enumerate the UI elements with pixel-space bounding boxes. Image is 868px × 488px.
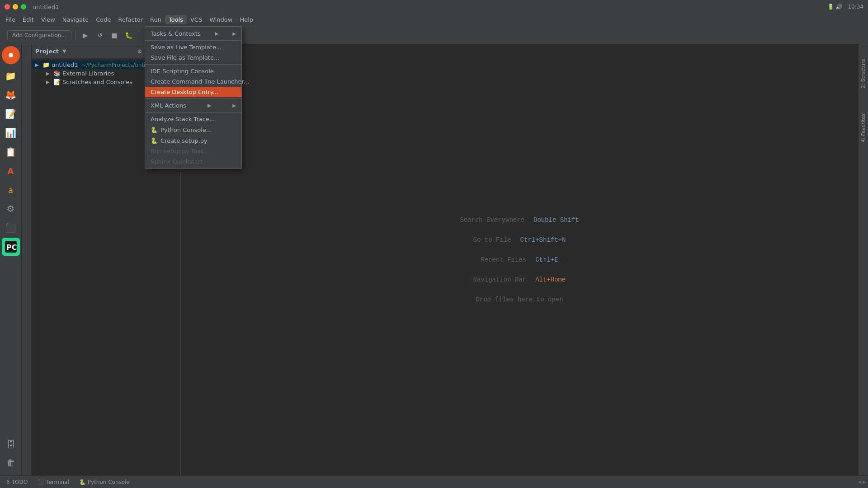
- menu-ide-scripting-console[interactable]: IDE Scripting Console: [145, 66, 241, 76]
- clock: 10:34: [848, 4, 863, 10]
- menu-create-cli-launcher[interactable]: Create Command-line Launcher...: [145, 76, 241, 87]
- hint-drop-label: Drop files here to open: [476, 296, 563, 303]
- tree-scratches-label: Scratches and Consoles: [62, 79, 132, 85]
- toolbar-separator-1: [75, 31, 75, 40]
- dock-font[interactable]: A: [2, 162, 20, 180]
- dock-pycharm[interactable]: PC: [2, 238, 20, 256]
- dock-ubuntu[interactable]: [2, 46, 20, 64]
- menu-xml-actions[interactable]: XML Actions ▶: [145, 100, 241, 111]
- hint-nav-bar: Navigation Bar Alt+Home: [473, 276, 566, 283]
- dock-trash[interactable]: 🗑: [2, 454, 20, 472]
- tree-root-path: ~/PycharmProjects/untit: [81, 62, 147, 68]
- menu-vcs[interactable]: VCS: [187, 15, 206, 24]
- menu-help[interactable]: Help: [236, 15, 257, 24]
- dock-settings[interactable]: ⚙: [2, 200, 20, 218]
- menu-run[interactable]: Run: [146, 15, 165, 24]
- python-console-label: Python Console: [88, 479, 130, 485]
- rerun-button[interactable]: ↺: [94, 29, 106, 42]
- menu-analyze-stack-trace[interactable]: Analyze Stack Trace...: [145, 114, 241, 124]
- menu-sep-2: [145, 64, 241, 65]
- run-button[interactable]: ▶: [79, 29, 92, 42]
- create-setup-label: Create setup.py: [160, 137, 208, 144]
- window-title: untitled1: [33, 4, 59, 10]
- xml-actions-label: XML Actions: [151, 102, 186, 109]
- minimize-button[interactable]: [13, 4, 18, 9]
- project-title: Project: [35, 48, 59, 55]
- dock-spreadsheet[interactable]: 📊: [2, 124, 20, 142]
- tree-arrow-ext: ▶: [46, 71, 52, 76]
- menu-create-setup-py[interactable]: 🐍 Create setup.py: [145, 135, 241, 146]
- menu-tasks-contexts[interactable]: Tasks & Contexts ▶: [145, 28, 241, 39]
- terminal-icon: ⬛: [38, 479, 44, 485]
- dock-storage[interactable]: 🗄: [2, 436, 20, 454]
- hint-search-key: Double Shift: [533, 216, 579, 224]
- menu-window[interactable]: Window: [206, 15, 236, 24]
- window-controls: [5, 4, 26, 9]
- sidebar-favorites-label[interactable]: 4: Favorites: [860, 110, 866, 146]
- menu-sphinx-quickstart: Sphinx Quickstart: [145, 156, 241, 167]
- tasks-arrow-icon: ▶: [215, 31, 218, 37]
- tab-terminal[interactable]: ⬛ Terminal: [33, 477, 74, 487]
- menu-python-console[interactable]: 🐍 Python Console...: [145, 124, 241, 135]
- project-settings-icon[interactable]: ⚙: [135, 47, 144, 56]
- save-live-template-label: Save as Live Template...: [151, 44, 222, 51]
- dock-terminal[interactable]: ⬛: [2, 219, 20, 237]
- menubar: File Edit View Navigate Code Refactor Ru…: [0, 14, 868, 26]
- dock-text[interactable]: 📝: [2, 105, 20, 123]
- tasks-contexts-label: Tasks & Contexts: [151, 30, 201, 37]
- menu-sep-4: [145, 112, 241, 113]
- menu-navigate[interactable]: Navigate: [59, 15, 92, 24]
- tab-todo[interactable]: 6 TODO: [2, 477, 32, 487]
- stop-button[interactable]: ■: [108, 29, 121, 42]
- menu-code[interactable]: Code: [92, 15, 114, 24]
- menu-sep-3: [145, 99, 241, 99]
- hint-drop-files: Drop files here to open: [476, 296, 563, 303]
- editor-area[interactable]: Search Everywhere Double Shift Go to Fil…: [181, 44, 858, 475]
- menu-save-live-template[interactable]: Save as Live Template...: [145, 42, 241, 52]
- create-desktop-entry-label: Create Desktop Entry...: [151, 89, 218, 95]
- maximize-button[interactable]: [21, 4, 26, 9]
- menu-run-setup-py: Run setup.py Task...: [145, 146, 241, 156]
- main-layout: 📁 🦊 📝 📊 📋 A a ⚙ ⬛ PC 🗄 🗑 Project ▼ ⚙: [0, 44, 868, 475]
- menu-sep-1: [145, 40, 241, 41]
- run-setup-py-label: Run setup.py Task...: [151, 148, 209, 155]
- scroll-indicator: ◀ ▶: [858, 479, 866, 484]
- terminal-label: Terminal: [46, 479, 69, 485]
- todo-number: 6: [6, 479, 10, 485]
- debug-button[interactable]: 🐛: [123, 29, 135, 42]
- tree-external-label: External Libraries: [62, 70, 114, 77]
- add-configuration-button[interactable]: Add Configuration...: [7, 30, 71, 40]
- hint-search-label: Search Everywhere: [460, 216, 524, 224]
- todo-label: TODO: [12, 479, 28, 485]
- left-panel-tabs: [22, 44, 32, 475]
- tree-arrow-scratch: ▶: [46, 80, 52, 84]
- menu-edit[interactable]: Edit: [19, 15, 38, 24]
- hint-goto-key: Ctrl+Shift+N: [520, 236, 566, 244]
- dock-browser[interactable]: 🦊: [2, 86, 20, 104]
- hint-search: Search Everywhere Double Shift: [460, 216, 579, 224]
- hint-recent-files: Recent Files Ctrl+E: [481, 256, 558, 263]
- menu-save-file-template[interactable]: Save File as Template...: [145, 52, 241, 63]
- dock-amazon[interactable]: a: [2, 181, 20, 199]
- dock-files[interactable]: 📁: [2, 67, 20, 85]
- menu-file[interactable]: File: [2, 15, 19, 24]
- toolbar-separator-2: [139, 31, 139, 40]
- bottom-status-right: ◀ ▶: [858, 479, 866, 484]
- system-icons: 🔋 🔊: [827, 4, 843, 10]
- hint-goto-file: Go to File Ctrl+Shift+N: [473, 236, 566, 244]
- menu-view[interactable]: View: [38, 15, 59, 24]
- tab-python-console[interactable]: 🐍 Python Console: [75, 477, 134, 487]
- hint-nav-label: Navigation Bar: [473, 276, 527, 283]
- close-button[interactable]: [5, 4, 10, 9]
- svg-text:PC: PC: [6, 243, 17, 252]
- bottom-bar: 6 TODO ⬛ Terminal 🐍 Python Console ◀ ▶: [0, 475, 868, 488]
- sidebar-structure-label[interactable]: 2: Structure: [860, 55, 866, 92]
- ide-scripting-console-label: IDE Scripting Console: [151, 68, 214, 75]
- menu-create-desktop-entry[interactable]: Create Desktop Entry...: [145, 87, 241, 97]
- create-cli-launcher-label: Create Command-line Launcher...: [151, 78, 249, 85]
- menu-tools[interactable]: Tools: [165, 15, 187, 24]
- title-right: 🔋 🔊 10:34: [827, 4, 863, 10]
- dock-presentation[interactable]: 📋: [2, 143, 20, 161]
- hint-recent-label: Recent Files: [481, 256, 526, 263]
- menu-refactor[interactable]: Refactor: [114, 15, 146, 24]
